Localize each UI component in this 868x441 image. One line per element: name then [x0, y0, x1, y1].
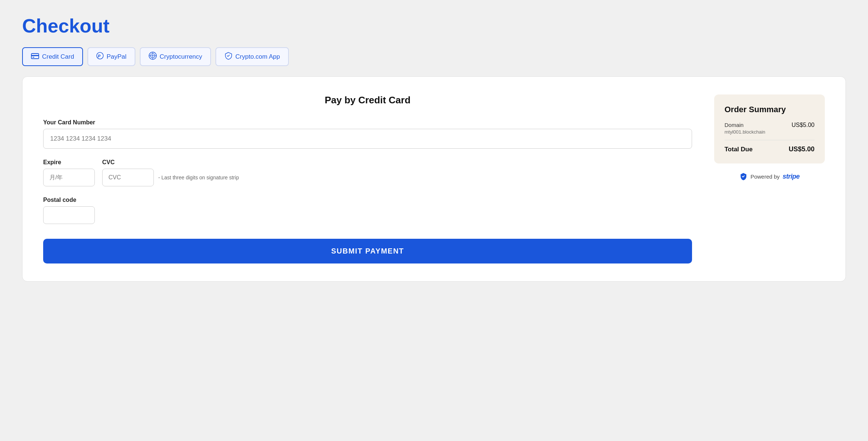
svg-rect-2	[32, 57, 34, 58]
order-summary-box: Order Summary Domain mtyl001.blockchain …	[714, 94, 825, 163]
card-number-input[interactable]	[43, 129, 692, 149]
cvc-label: CVC	[102, 159, 239, 166]
cryptocurrency-icon	[149, 52, 157, 62]
domain-price: US$5.00	[792, 122, 815, 128]
tab-crypto-app-label: Crypto.com App	[235, 53, 280, 61]
payment-tabs: Credit Card P PayPal Cryptocurrency	[22, 47, 846, 66]
svg-text:P: P	[98, 54, 101, 58]
crypto-app-icon	[224, 52, 232, 62]
domain-label: Domain	[725, 122, 765, 128]
postal-label: Postal code	[43, 197, 692, 203]
tab-paypal[interactable]: P PayPal	[87, 47, 135, 66]
cvc-row: - Last three digits on signature strip	[102, 169, 239, 186]
domain-name: mtyl001.blockchain	[725, 129, 765, 135]
stripe-brand-label: stripe	[783, 173, 800, 180]
form-section: Pay by Credit Card Your Card Number Expi…	[43, 94, 692, 263]
cvc-input[interactable]	[102, 169, 154, 186]
svg-rect-1	[31, 55, 39, 56]
card-number-label: Your Card Number	[43, 119, 692, 126]
tab-cryptocurrency[interactable]: Cryptocurrency	[140, 47, 211, 66]
expire-input[interactable]	[43, 169, 95, 186]
tab-cryptocurrency-label: Cryptocurrency	[160, 53, 202, 61]
expire-cvc-row: Expire CVC - Last three digits on signat…	[43, 159, 692, 186]
tab-paypal-label: PayPal	[107, 53, 127, 61]
domain-summary-row: Domain mtyl001.blockchain US$5.00	[725, 122, 815, 140]
cvc-hint: - Last three digits on signature strip	[158, 175, 239, 180]
tab-credit-card[interactable]: Credit Card	[22, 47, 83, 66]
paypal-icon: P	[96, 52, 104, 61]
expire-label: Expire	[43, 159, 95, 166]
order-summary-section: Order Summary Domain mtyl001.blockchain …	[714, 94, 825, 180]
form-title: Pay by Credit Card	[43, 94, 692, 106]
credit-card-icon	[31, 52, 39, 61]
page-title: Checkout	[22, 15, 846, 37]
cvc-group: CVC - Last three digits on signature str…	[102, 159, 239, 186]
tab-crypto-app[interactable]: Crypto.com App	[215, 47, 289, 66]
main-card: Pay by Credit Card Your Card Number Expi…	[22, 76, 846, 282]
order-summary-title: Order Summary	[725, 105, 815, 114]
total-label: Total Due	[725, 146, 753, 153]
domain-info: Domain mtyl001.blockchain	[725, 122, 765, 135]
postal-group: Postal code	[43, 197, 692, 224]
powered-by-stripe: Powered by stripe	[714, 172, 825, 180]
total-price: US$5.00	[789, 145, 815, 153]
expire-group: Expire	[43, 159, 95, 186]
total-row: Total Due US$5.00	[725, 145, 815, 153]
tab-credit-card-label: Credit Card	[42, 53, 74, 61]
postal-input[interactable]	[43, 206, 95, 224]
powered-label: Powered by	[750, 173, 779, 180]
stripe-shield-icon	[739, 172, 747, 180]
submit-payment-button[interactable]: SUBMIT PAYMENT	[43, 239, 692, 263]
